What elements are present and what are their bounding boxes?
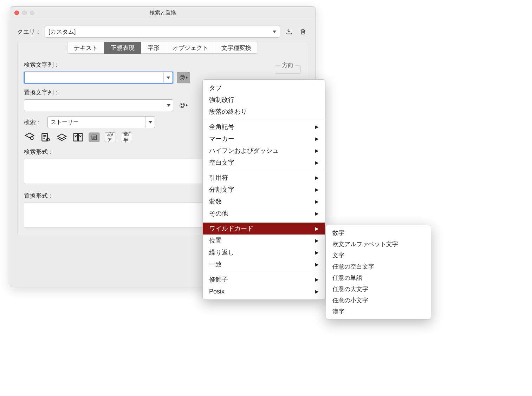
submenu-arrow-icon: ▶ [315,175,319,180]
submenu-arrow-icon: ▶ [315,238,319,243]
locked-layers-icon[interactable] [24,132,35,142]
menu-separator [203,272,325,272]
tab-text[interactable]: テキスト [67,42,104,54]
tab-transliterate[interactable]: 文字種変換 [215,42,258,54]
menu-forced-break[interactable]: 強制改行 [203,94,325,106]
query-select[interactable]: [カスタム] [45,26,280,38]
search-scope-label: 検索： [24,118,42,126]
submenu-digit[interactable]: 数字 [326,227,431,238]
hidden-layers-icon[interactable] [56,132,67,142]
submenu-any-lower[interactable]: 任意の小文字 [326,295,431,306]
tab-bar: テキスト 正規表現 字形 オブジェクト 文字種変換 [18,42,308,54]
query-label: クエリ： [17,28,41,36]
window-title: 検索と置換 [10,9,315,16]
save-query-button[interactable] [284,26,294,37]
submenu-char[interactable]: 文字 [326,250,431,261]
menu-end-paragraph[interactable]: 段落の終わり [203,106,325,118]
submenu-latin[interactable]: 欧文アルファベット文字 [326,238,431,250]
submenu-arrow-icon: ▶ [315,199,319,204]
replace-history-dropdown[interactable] [164,100,173,111]
submenu-arrow-icon: ▶ [315,160,319,165]
submenu-arrow-icon: ▶ [315,226,319,231]
menu-separator [203,221,325,221]
submenu-arrow-icon: ▶ [315,289,319,294]
special-chars-menu: タブ 強制改行 段落の終わり 全角記号▶ マーカー▶ ハイフンおよびダッシュ▶ … [202,79,325,300]
submenu-any-space[interactable]: 任意の空白文字 [326,261,431,272]
menu-modifiers[interactable]: 修飾子▶ [203,273,325,285]
menu-repeat[interactable]: 繰り返し▶ [203,246,325,258]
tab-object[interactable]: オブジェクト [166,42,215,54]
menu-variables[interactable]: 変数▶ [203,196,325,207]
replace-input-combo[interactable] [24,99,173,111]
chevron-down-icon [167,104,170,107]
direction-fieldset: 方向 [275,62,301,74]
replace-special-button[interactable]: @ [177,100,190,111]
search-scope-select[interactable] [47,116,155,128]
width-option[interactable]: 全/半 [121,132,132,142]
titlebar: 検索と置換 [10,7,315,19]
submenu-kanji[interactable]: 漢字 [326,306,431,317]
menu-break-chars[interactable]: 分割文字▶ [203,184,325,196]
submenu-arrow-icon: ▶ [315,187,319,192]
submenu-arrow-icon: ▶ [315,211,319,216]
menu-tab[interactable]: タブ [203,82,325,94]
menu-wildcard[interactable]: ワイルドカード▶ [203,223,325,235]
submenu-arrow-icon: ▶ [315,277,319,282]
submenu-arrow-icon: ▶ [315,250,319,255]
menu-separator [203,170,325,170]
tab-glyph[interactable]: 字形 [141,42,166,54]
menu-quotes[interactable]: 引用符▶ [203,172,325,184]
direction-legend: 方向 [280,62,296,69]
footnotes-icon[interactable] [89,132,100,142]
find-label: 検索文字列： [24,61,301,69]
menu-fullwidth-symbols[interactable]: 全角記号▶ [203,121,325,133]
menu-whitespace[interactable]: 空白文字▶ [203,157,325,169]
search-scope-dropdown[interactable] [145,117,155,128]
master-pages-icon[interactable] [72,132,84,142]
find-input-combo[interactable] [24,72,173,84]
locked-stories-icon[interactable] [40,132,51,142]
menu-match[interactable]: 一致▶ [203,258,325,270]
menu-posix[interactable]: Posix▶ [203,285,325,297]
search-scope-value [48,117,145,128]
svg-point-2 [47,138,50,141]
chevron-down-icon [167,77,170,79]
query-value: [カスタム] [48,28,76,36]
arrow-right-icon [186,76,188,79]
submenu-arrow-icon: ▶ [315,262,319,267]
kana-option[interactable]: あ/ア [105,132,116,142]
menu-separator [203,119,325,119]
submenu-arrow-icon: ▶ [315,148,319,153]
submenu-arrow-icon: ▶ [315,124,319,130]
submenu-any-word[interactable]: 任意の単語 [326,272,431,283]
chevron-down-icon [273,31,276,33]
find-history-dropdown[interactable] [163,72,173,83]
menu-position[interactable]: 位置▶ [203,235,325,246]
menu-markers[interactable]: マーカー▶ [203,133,325,145]
submenu-any-upper[interactable]: 任意の大文字 [326,283,431,295]
tab-regex[interactable]: 正規表現 [104,42,141,54]
wildcard-submenu: 数字 欧文アルファベット文字 文字 任意の空白文字 任意の単語 任意の大文字 任… [326,225,431,319]
menu-hyphens-dashes[interactable]: ハイフンおよびダッシュ▶ [203,145,325,157]
menu-other[interactable]: その他▶ [203,207,325,219]
delete-query-button[interactable] [298,26,308,37]
submenu-arrow-icon: ▶ [315,136,319,141]
find-input[interactable] [25,72,163,83]
replace-input[interactable] [24,100,164,111]
chevron-down-icon [149,121,152,124]
arrow-right-icon [186,104,188,107]
find-special-button[interactable]: @ [177,72,190,83]
